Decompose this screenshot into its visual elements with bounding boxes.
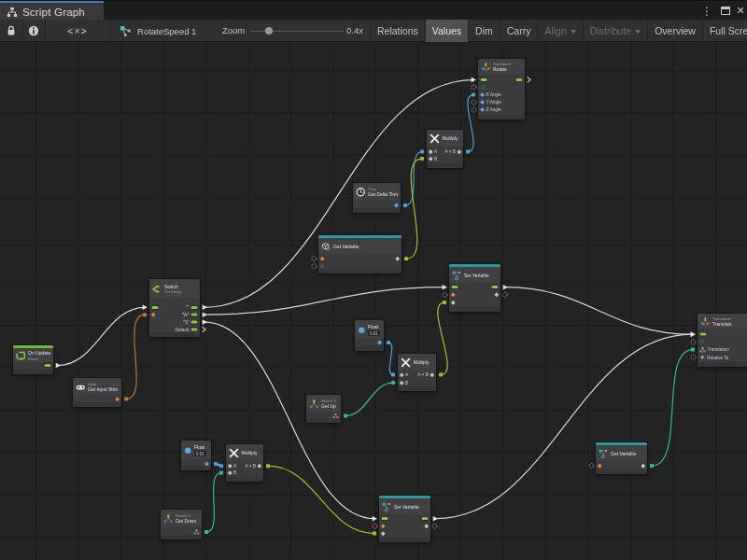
wire-float[interactable] — [388, 343, 393, 375]
port-object-input[interactable] — [228, 470, 233, 475]
window-maximize-icon[interactable] — [715, 1, 736, 21]
node-rotate[interactable]: TransformRotateX AngleY AngleZ Angle — [478, 59, 525, 119]
port-object-input[interactable] — [400, 381, 404, 385]
unconnected-port-circle[interactable] — [312, 257, 317, 261]
port-object-output[interactable] — [457, 149, 461, 154]
node-multiply_mid[interactable]: MultiplyAA × BB — [398, 354, 436, 391]
port-enum-input[interactable] — [700, 355, 706, 360]
port-control-output[interactable] — [191, 314, 198, 316]
toolbar-button-dim[interactable]: Dim — [468, 20, 500, 42]
port-float-output[interactable] — [378, 341, 382, 344]
port-object-output[interactable] — [257, 464, 261, 469]
unconnected-port-circle[interactable] — [472, 107, 476, 112]
port-float-input[interactable] — [481, 108, 485, 112]
port-control-output[interactable] — [45, 364, 51, 367]
port-control-output[interactable] — [422, 517, 429, 520]
unconnected-port-circle[interactable] — [472, 100, 476, 105]
node-translate[interactable]: TransformTranslateTranslationRelative To — [698, 314, 747, 367]
port-vector-input[interactable] — [700, 347, 706, 353]
port-object-input[interactable] — [429, 157, 433, 161]
port-float-input[interactable] — [481, 101, 485, 105]
unconnected-port-circle[interactable] — [373, 524, 377, 528]
unconnected-port-circle[interactable] — [502, 292, 507, 297]
port-control-input[interactable] — [152, 306, 159, 309]
port-object-output[interactable] — [430, 372, 434, 377]
zoom-slider-handle[interactable] — [265, 27, 273, 35]
port-control-output[interactable] — [516, 78, 523, 81]
port-object-input[interactable] — [400, 372, 404, 377]
node-on_update[interactable]: On UpdateEvent — [13, 345, 53, 374]
toolbar-button-distribute[interactable]: Distribute — [583, 20, 647, 42]
node-vector3_get_down[interactable]: Vector 3Get Down — [161, 510, 202, 539]
unconnected-port-circle[interactable] — [432, 524, 437, 528]
port-object-output[interactable] — [424, 524, 429, 528]
port-object-input[interactable] — [228, 464, 233, 469]
node-float_bottom[interactable]: Float0.01 — [181, 441, 211, 470]
window-menu-icon[interactable]: ⋮ — [698, 1, 715, 21]
port-float-output[interactable] — [395, 203, 399, 207]
port-control-input[interactable] — [452, 286, 458, 288]
toolbar-button-carry[interactable]: Carry — [500, 20, 538, 42]
node-get_variable_mid[interactable]: Get Variable — [318, 235, 402, 273]
toolbar-button-relations[interactable]: Relations — [370, 20, 425, 42]
port-transform-input[interactable] — [700, 340, 706, 345]
toolbar-button-align[interactable]: Align — [537, 20, 582, 42]
port-dimobject-input[interactable] — [320, 264, 325, 269]
node-switch_on_string[interactable]: SwitchOn String"""W""S"Default — [149, 279, 200, 337]
node-value-field[interactable]: 0.01 — [368, 330, 380, 336]
unconnected-port-circle[interactable] — [589, 464, 594, 469]
port-vector-output[interactable] — [333, 413, 339, 419]
wire-control[interactable] — [435, 334, 693, 519]
toolbar-button-overview[interactable]: Overview — [647, 20, 702, 42]
zoom-slider[interactable] — [250, 20, 344, 42]
port-string-input[interactable] — [451, 292, 456, 297]
port-float-output[interactable] — [205, 462, 209, 466]
window-close-icon[interactable]: ✕ — [734, 1, 747, 21]
wire-control[interactable] — [204, 322, 374, 519]
port-object-output[interactable] — [641, 464, 645, 469]
graph-canvas[interactable]: On UpdateEventInputGet Input StrinSwitch… — [0, 42, 747, 560]
node-set_variable_mid[interactable]: Set Variable — [449, 264, 500, 312]
wire-vector[interactable] — [206, 473, 221, 532]
wire-olive[interactable] — [268, 466, 374, 533]
toolbar-button-values[interactable]: Values — [425, 20, 468, 42]
wire-control[interactable] — [505, 287, 693, 335]
port-control-output[interactable] — [191, 321, 198, 324]
code-view-button[interactable]: <×> — [45, 20, 110, 42]
port-object-output[interactable] — [395, 257, 400, 261]
node-vector3_get_up[interactable]: Vector 3Get Up — [306, 395, 341, 423]
node-get_input_string[interactable]: InputGet Input Strin — [73, 378, 121, 407]
unconnected-port-circle[interactable] — [691, 355, 696, 359]
port-object-input[interactable] — [451, 301, 456, 305]
node-time_get_delta[interactable]: TimeGet Delta Time — [353, 183, 401, 213]
node-set_variable_bottom[interactable]: Set Variable — [379, 496, 430, 542]
wire-vector[interactable] — [652, 350, 693, 466]
port-object-input[interactable] — [381, 531, 386, 536]
port-object-input[interactable] — [429, 149, 433, 154]
unconnected-port-circle[interactable] — [691, 340, 696, 344]
tab-script-graph[interactable]: Script Graph — [0, 1, 104, 21]
wire-olive[interactable] — [438, 302, 447, 374]
port-control-input[interactable] — [700, 333, 707, 336]
port-object-output[interactable] — [494, 292, 499, 297]
port-control-input[interactable] — [481, 78, 487, 81]
unconnected-port-circle[interactable] — [312, 264, 317, 269]
port-vector-output[interactable] — [194, 529, 200, 535]
node-get_variable_right[interactable]: Get Variable — [596, 442, 647, 474]
port-string-input[interactable] — [151, 313, 156, 317]
node-multiply_bottom[interactable]: MultiplyAA × BB — [226, 444, 263, 482]
unconnected-port-circle[interactable] — [443, 292, 447, 297]
port-string-input[interactable] — [381, 524, 386, 528]
port-string-input[interactable] — [598, 464, 602, 469]
node-value-field[interactable]: 0.01 — [194, 451, 206, 456]
port-control-output[interactable] — [191, 329, 198, 331]
port-control-output[interactable] — [492, 286, 499, 288]
port-string-output[interactable] — [115, 397, 120, 401]
toolbar-button-full-screen[interactable]: Full Screen — [702, 20, 747, 42]
port-string-input[interactable] — [320, 257, 325, 261]
lock-button[interactable] — [0, 20, 22, 42]
wire-vector[interactable] — [345, 383, 393, 416]
wire-control[interactable] — [58, 307, 145, 365]
port-float-input[interactable] — [481, 93, 485, 97]
port-control-output[interactable] — [191, 306, 198, 309]
